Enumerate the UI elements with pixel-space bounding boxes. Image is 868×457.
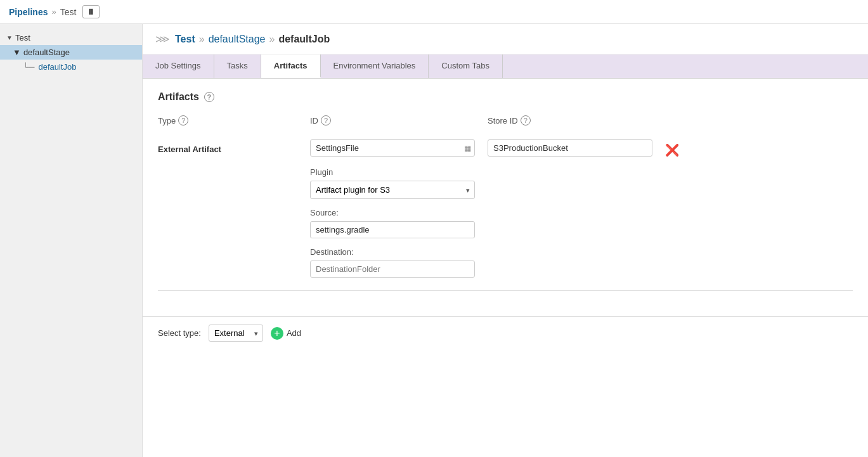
artifact-header-row: Type ? ID ? Store ID ? xyxy=(158,115,853,129)
destination-label: Destination: xyxy=(310,247,853,257)
artifact-id-field-wrap: ▦ xyxy=(310,139,475,157)
main-layout: ▼ Test ▼ defaultStage └─ defaultJob ⋙ Te… xyxy=(0,24,868,457)
store-id-help-icon[interactable]: ? xyxy=(521,115,531,126)
store-id-column-header: Store ID ? xyxy=(488,115,652,126)
breadcrumb-job: defaultJob xyxy=(278,34,330,45)
delete-artifact-button[interactable]: ❌ xyxy=(665,143,679,157)
tabs-bar: Job Settings Tasks Artifacts Environment… xyxy=(143,55,868,79)
page-content: Artifacts ? Type ? ID ? xyxy=(143,79,868,316)
sidebar-item-job[interactable]: └─ defaultJob xyxy=(0,60,142,74)
source-label: Source: xyxy=(310,208,853,217)
sidebar-root-label: Test xyxy=(15,33,30,42)
plugin-label: Plugin xyxy=(310,167,853,177)
artifact-data-row: External Artifact ▦ ❌ xyxy=(158,139,853,157)
breadcrumb-sep1: » xyxy=(199,34,205,45)
toggle-icon: ▼ xyxy=(6,34,13,41)
content-area: ⋙ Test » defaultStage » defaultJob Job S… xyxy=(143,24,868,457)
plugin-select[interactable]: Artifact plugin for S3 xyxy=(310,181,475,199)
breadcrumb-link[interactable]: Test xyxy=(175,34,195,45)
breadcrumb-icon: ⋙ xyxy=(155,33,170,45)
section-title-text: Artifacts xyxy=(158,91,199,103)
type-column-header: Type ? xyxy=(158,115,297,126)
plugin-select-wrap: Artifact plugin for S3 ▾ xyxy=(310,181,475,199)
pause-icon: ⏸ xyxy=(87,7,95,16)
artifact-id-input[interactable] xyxy=(310,139,475,157)
artifact-type-value: External Artifact xyxy=(158,139,297,154)
section-title: Artifacts ? xyxy=(158,91,853,103)
id-column-header: ID ? xyxy=(310,115,475,126)
breadcrumb-sep2: » xyxy=(269,34,275,45)
source-section: Source: xyxy=(310,208,853,238)
breadcrumb: ⋙ Test » defaultStage » defaultJob xyxy=(143,24,868,55)
top-bar-current: Test xyxy=(60,7,77,17)
artifacts-help-icon[interactable]: ? xyxy=(204,92,214,102)
select-type-label: Select type: xyxy=(158,328,201,338)
sidebar-item-root[interactable]: ▼ Test xyxy=(0,30,142,45)
tab-environment-variables[interactable]: Environment Variables xyxy=(321,55,429,78)
sidebar-stage-label: defaultStage xyxy=(23,48,70,57)
section-divider xyxy=(158,290,853,291)
add-icon: + xyxy=(271,327,283,340)
plugin-section: Plugin Artifact plugin for S3 ▾ xyxy=(310,167,853,199)
tab-job-settings[interactable]: Job Settings xyxy=(143,55,214,78)
sidebar-item-stage[interactable]: ▼ defaultStage xyxy=(0,45,142,60)
id-help-icon[interactable]: ? xyxy=(321,115,331,126)
source-input[interactable] xyxy=(310,221,475,238)
sidebar: ▼ Test ▼ defaultStage └─ defaultJob xyxy=(0,24,143,457)
top-bar: Pipelines » Test ⏸ xyxy=(0,0,868,24)
breadcrumb-stage[interactable]: defaultStage xyxy=(209,34,266,45)
select-type-wrap: External Build Test ▾ xyxy=(209,325,263,342)
stage-toggle-icon: ▼ xyxy=(13,48,21,57)
type-help-icon[interactable]: ? xyxy=(178,115,188,126)
bottom-bar: Select type: External Build Test ▾ + Add xyxy=(143,316,868,349)
tab-tasks[interactable]: Tasks xyxy=(214,55,261,78)
store-id-input[interactable] xyxy=(488,139,652,157)
calendar-icon: ▦ xyxy=(464,144,471,153)
destination-section: Destination: xyxy=(310,247,853,278)
pipelines-link[interactable]: Pipelines xyxy=(9,7,48,17)
select-type-dropdown[interactable]: External Build Test xyxy=(209,325,263,342)
add-label: Add xyxy=(287,328,301,338)
pause-button[interactable]: ⏸ xyxy=(82,5,100,18)
connector-icon: └─ xyxy=(23,62,34,72)
add-button[interactable]: + Add xyxy=(271,327,301,340)
tab-artifacts[interactable]: Artifacts xyxy=(261,55,321,78)
tab-custom-tabs[interactable]: Custom Tabs xyxy=(429,55,503,78)
destination-input[interactable] xyxy=(310,261,475,278)
top-bar-sep1: » xyxy=(51,7,56,16)
sidebar-job-label: defaultJob xyxy=(38,62,76,72)
